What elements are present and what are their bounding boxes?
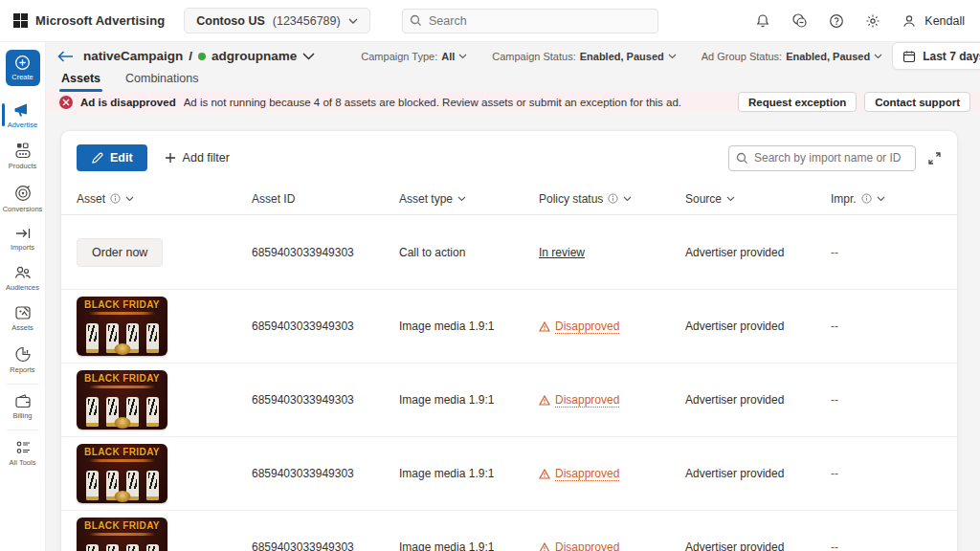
plus-circle-icon [14, 55, 31, 71]
sidebar-item-billing[interactable]: Billing [1, 387, 45, 427]
sidebar-item-imports[interactable]: Imports [1, 220, 45, 258]
sidebar-item-label: Assets [11, 324, 33, 332]
chevron-down-icon [668, 54, 677, 59]
warning-triangle-icon [539, 321, 550, 332]
sidebar-item-all-tools[interactable]: All Tools [1, 433, 45, 474]
left-sidebar: Create Advertise Products Conversions Im… [0, 42, 46, 551]
campaign-type-filter[interactable]: Campaign Type: All [361, 51, 467, 62]
policy-status-link[interactable]: Disapproved [539, 540, 685, 551]
user-menu[interactable]: Kendall [902, 13, 965, 29]
asset-type-cell: Image media 1.9:1 [399, 320, 539, 333]
table-search [728, 145, 916, 171]
tab-combinations[interactable]: Combinations [125, 72, 198, 92]
table-row: BLACK FRIDAY 6859403033949303 Image medi… [61, 290, 957, 364]
edit-button[interactable]: Edit [77, 144, 147, 171]
sidebar-item-conversions[interactable]: Conversions [1, 178, 45, 220]
cta-asset-preview: Order now [77, 238, 163, 267]
filter-label: Campaign Status: [492, 51, 575, 62]
impressions-cell: -- [831, 393, 942, 407]
sidebar-item-label: Audiences [6, 284, 39, 292]
table-row: BLACK FRIDAY 6859403033949303 Image medi… [61, 511, 957, 551]
report-chart-icon [13, 345, 33, 364]
column-header-asset-type[interactable]: Asset type [399, 192, 539, 206]
topbar-actions: Kendall [755, 12, 980, 29]
impressions-cell: -- [831, 320, 942, 333]
add-filter-button[interactable]: Add filter [165, 151, 230, 165]
notifications-bell-icon[interactable] [755, 13, 770, 29]
chevron-down-icon [125, 196, 134, 202]
table-row: BLACK FRIDAY 6859403033949303 Image medi… [61, 364, 957, 437]
info-icon[interactable] [861, 193, 872, 204]
impressions-cell: -- [831, 467, 942, 480]
asset-id-cell: 6859403033949303 [252, 320, 399, 333]
image-asset-thumbnail[interactable]: BLACK FRIDAY [77, 444, 167, 503]
policy-status-link[interactable]: Disapproved [539, 467, 685, 481]
import-arrow-icon [13, 226, 33, 241]
sidebar-separator [7, 430, 39, 430]
media-icon [13, 304, 33, 321]
sidebar-item-assets[interactable]: Assets [1, 298, 45, 339]
table-search-input[interactable] [728, 145, 916, 171]
help-icon[interactable] [829, 13, 844, 29]
warning-triangle-icon [539, 469, 550, 479]
sidebar-item-label: Imports [11, 244, 34, 252]
date-range-picker[interactable]: Last 7 days (Jul 21–28) Jul 13–20 2024 [892, 42, 980, 70]
plus-icon [165, 152, 176, 164]
sidebar-item-audiences[interactable]: Audiences [1, 258, 45, 298]
breadcrumb[interactable]: nativeCampaign / adgroupname [83, 49, 315, 63]
account-picker[interactable]: Contoso US (123456789) [184, 8, 369, 33]
product-bottles-graphic [86, 544, 159, 551]
filter-label: Campaign Type: [361, 51, 437, 62]
policy-status-text: Disapproved [555, 320, 619, 334]
wallet-icon [13, 393, 33, 409]
column-header-policy-status[interactable]: Policy status [539, 192, 685, 206]
global-search-input[interactable] [402, 9, 658, 33]
asset-id-cell: 6859403033949303 [252, 540, 399, 551]
back-arrow-icon[interactable] [57, 51, 74, 62]
info-icon[interactable] [608, 193, 618, 204]
filter-label: Ad Group Status: [702, 51, 782, 62]
image-asset-thumbnail[interactable]: BLACK FRIDAY [77, 518, 167, 551]
conversions-target-icon [13, 184, 33, 203]
warning-triangle-icon [539, 395, 550, 406]
column-header-source[interactable]: Source [685, 192, 831, 206]
contact-support-button[interactable]: Contact support [864, 92, 970, 112]
thumbnail-title: BLACK FRIDAY [77, 447, 167, 457]
alert-message: Ad is not running because 4 of 8 assets … [184, 97, 681, 108]
sidebar-item-products[interactable]: Products [1, 136, 45, 177]
policy-status-link[interactable]: Disapproved [539, 320, 685, 334]
logo-group[interactable]: Microsoft Advertising [0, 13, 165, 28]
product-name: Microsoft Advertising [35, 13, 165, 28]
chevron-down-icon [874, 54, 882, 59]
request-exception-button[interactable]: Request exception [738, 92, 857, 112]
asset-type-cell: Image media 1.9:1 [399, 393, 539, 407]
policy-status-text: Disapproved [555, 540, 619, 551]
policy-status-link[interactable]: Disapproved [539, 393, 685, 408]
table-toolbar: Edit Add filter [61, 144, 957, 183]
create-button[interactable]: Create [6, 50, 40, 86]
adgroup-status-filter[interactable]: Ad Group Status: Enabled, Paused [702, 51, 882, 62]
column-label: Impr. [831, 192, 857, 206]
sidebar-item-reports[interactable]: Reports [1, 340, 45, 381]
settings-gear-icon[interactable] [865, 13, 880, 29]
alert-title: Ad is disapproved [80, 97, 176, 108]
column-header-asset[interactable]: Asset [77, 192, 252, 206]
tab-assets[interactable]: Assets [61, 72, 100, 92]
diagnostics-icon[interactable] [791, 12, 808, 29]
column-header-impressions[interactable]: Impr. [831, 192, 942, 206]
chevron-down-icon [726, 196, 735, 202]
table-header-row: Asset Asset ID Asset type Policy status [61, 183, 957, 215]
fullscreen-expand-icon[interactable] [927, 151, 942, 165]
pencil-icon [91, 152, 103, 165]
sidebar-item-advertise[interactable]: Advertise [1, 96, 45, 136]
column-label: Asset type [399, 192, 453, 206]
image-asset-thumbnail[interactable]: BLACK FRIDAY [77, 370, 167, 430]
source-cell: Advertiser provided [685, 467, 831, 480]
image-asset-thumbnail[interactable]: BLACK FRIDAY [77, 297, 167, 356]
column-label: Asset [77, 192, 105, 206]
policy-status-link[interactable]: In review [539, 246, 585, 259]
info-icon[interactable] [110, 193, 121, 204]
column-label: Asset ID [252, 192, 295, 206]
campaign-status-filter[interactable]: Campaign Status: Enabled, Paused [492, 51, 676, 62]
column-label: Policy status [539, 192, 603, 206]
